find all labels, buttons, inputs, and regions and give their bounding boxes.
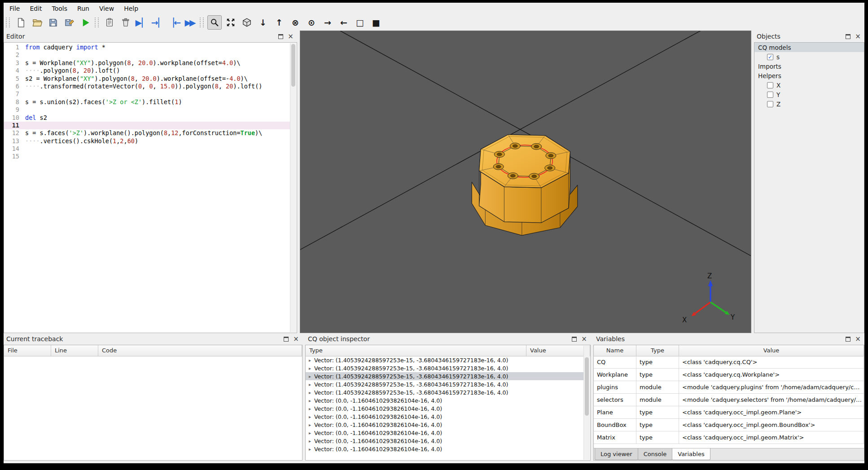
expand-arrow-icon[interactable]: ▸ — [309, 398, 311, 403]
front-view-button[interactable]: ⊗ — [288, 15, 302, 30]
fit-all-button[interactable] — [224, 15, 238, 30]
inspector-row[interactable]: ▸Vector: (0.0, -1.1604610293826104e-16, … — [306, 445, 584, 453]
tree-item-s[interactable]: ✓s — [754, 52, 864, 61]
checkbox-z[interactable] — [767, 101, 773, 107]
tree-item-cq-models[interactable]: CQ models — [754, 43, 864, 52]
menu-item-run[interactable]: Run — [72, 3, 94, 14]
menu-item-edit[interactable]: Edit — [25, 3, 47, 14]
column-header-type[interactable]: Type — [306, 345, 526, 356]
float-panel-button[interactable] — [282, 335, 290, 343]
fit-view-button[interactable] — [207, 15, 222, 30]
code-line[interactable]: 13····.vertices().cskHole(1,2,60) — [4, 137, 290, 145]
expand-arrow-icon[interactable]: ▸ — [309, 358, 311, 363]
expand-arrow-icon[interactable]: ▸ — [309, 406, 311, 411]
code-line[interactable]: 10del s2 — [4, 114, 290, 122]
expand-arrow-icon[interactable]: ▸ — [309, 382, 311, 387]
scrollbar-thumb[interactable] — [585, 357, 589, 416]
shaded-button[interactable]: ■ — [369, 15, 383, 30]
tree-item-imports[interactable]: Imports — [754, 61, 864, 71]
toolbar-handle[interactable] — [200, 18, 204, 27]
expand-arrow-icon[interactable]: ▸ — [309, 430, 311, 435]
close-panel-button[interactable]: × — [854, 335, 862, 343]
code-line[interactable]: 7 — [4, 90, 290, 98]
inspector-row[interactable]: ▸Vector: (0.0, -1.1604610293826104e-16, … — [306, 404, 584, 413]
float-panel-button[interactable] — [844, 335, 852, 343]
save-button[interactable] — [46, 15, 60, 30]
column-header-file[interactable]: File — [4, 345, 51, 356]
checkbox-s[interactable]: ✓ — [767, 54, 773, 60]
expand-arrow-icon[interactable]: ▸ — [309, 390, 311, 395]
variable-row[interactable]: Planetype<class 'cadquery.occ_impl.geom.… — [594, 406, 864, 419]
column-header-code[interactable]: Code — [98, 345, 302, 356]
left-view-button[interactable]: → — [320, 15, 335, 30]
close-panel-button[interactable]: × — [287, 33, 294, 40]
column-header-line[interactable]: Line — [51, 345, 98, 356]
menu-item-help[interactable]: Help — [119, 3, 143, 14]
menu-item-view[interactable]: View — [94, 3, 119, 14]
inspector-row[interactable]: ▸Vector: (1.4053924288597253e-15, -3.680… — [306, 372, 584, 380]
step-into-button[interactable]: →▏ — [151, 15, 165, 30]
code-line[interactable]: 9 — [4, 106, 290, 114]
debug-button[interactable] — [102, 15, 117, 30]
code-line[interactable]: 1from cadquery import * — [4, 44, 290, 51]
checkbox-y[interactable] — [767, 92, 773, 98]
code-line[interactable]: 5s2 = Workplane("XY").polygon(8, 20.0).w… — [4, 75, 290, 83]
expand-arrow-icon[interactable]: ▸ — [309, 447, 311, 452]
expand-arrow-icon[interactable]: ▸ — [309, 439, 311, 444]
toolbar-handle[interactable] — [6, 18, 10, 27]
new-file-button[interactable] — [13, 15, 28, 30]
menu-item-tools[interactable]: Tools — [47, 3, 73, 14]
tree-item-z[interactable]: Z — [754, 99, 864, 109]
column-header-value[interactable]: Value — [679, 345, 864, 356]
expand-arrow-icon[interactable]: ▸ — [309, 374, 311, 379]
viewport-3d[interactable]: X Y Z — [300, 31, 751, 333]
tab-variables[interactable]: Variables — [672, 448, 710, 460]
tree-item-y[interactable]: Y — [754, 90, 864, 99]
column-header-type[interactable]: Type — [636, 345, 679, 356]
variable-row[interactable]: selectorsmodule<module 'cadquery.selecto… — [594, 394, 864, 406]
save-as-button[interactable] — [62, 15, 76, 30]
code-line[interactable]: 14 — [4, 145, 290, 153]
bottom-view-button[interactable]: ↑ — [272, 15, 286, 30]
inspector-row[interactable]: ▸Vector: (0.0, -1.1604610293826104e-16, … — [306, 429, 584, 437]
step-button[interactable]: ▶▏ — [135, 15, 149, 30]
top-view-button[interactable]: ↓ — [256, 15, 270, 30]
scrollbar-thumb[interactable] — [291, 44, 295, 87]
inspector-row[interactable]: ▸Vector: (1.4053924288597253e-15, -3.680… — [306, 364, 584, 372]
open-button[interactable] — [30, 15, 44, 30]
float-panel-button[interactable] — [844, 33, 852, 40]
viewport-canvas[interactable]: X Y Z — [300, 31, 751, 333]
inspector-row[interactable]: ▸Vector: (0.0, -1.1604610293826104e-16, … — [306, 413, 584, 421]
continue-button[interactable]: ▶▶ — [183, 15, 197, 30]
tree-item-helpers[interactable]: Helpers — [754, 71, 864, 80]
code-line[interactable]: 8s = s.union(s2).faces('>Z or <Z').fille… — [4, 98, 290, 106]
code-line[interactable]: 15 — [4, 153, 290, 160]
step-return-button[interactable]: ▕← — [167, 15, 181, 30]
inspector-row[interactable]: ▸Vector: (1.4053924288597253e-15, -3.680… — [306, 388, 584, 396]
code-line[interactable]: 6····.transformed(rotate=Vector(0, 0, 15… — [4, 83, 290, 90]
expand-arrow-icon[interactable]: ▸ — [309, 366, 311, 371]
float-panel-button[interactable] — [570, 335, 578, 343]
inspector-row[interactable]: ▸Vector: (0.0, -1.1604610293826104e-16, … — [306, 437, 584, 445]
close-panel-button[interactable]: × — [580, 335, 588, 343]
back-view-button[interactable]: ⊙ — [304, 15, 319, 30]
iso-view-button[interactable] — [240, 15, 254, 30]
toolbar-handle[interactable] — [95, 18, 99, 27]
code-line[interactable]: 3s = Workplane("XY").polygon(8, 20.0).wo… — [4, 59, 290, 67]
right-view-button[interactable]: ← — [337, 15, 351, 30]
inspector-row[interactable]: ▸Vector: (0.0, -1.1604610293826104e-16, … — [306, 396, 584, 404]
variable-row[interactable]: CQtype<class 'cadquery.cq.CQ'> — [594, 356, 864, 369]
editor-body[interactable]: 1from cadquery import *2 3s = Workplane(… — [4, 42, 297, 333]
variable-row[interactable]: Workplanetype<class 'cadquery.cq.Workpla… — [594, 369, 864, 381]
column-header-value[interactable]: Value — [526, 345, 590, 356]
inspector-row[interactable]: ▸Vector: (1.4053924288597253e-15, -3.680… — [306, 380, 584, 388]
inspector-scrollbar[interactable] — [583, 346, 590, 460]
column-header-name[interactable]: Name — [594, 345, 636, 356]
code-line[interactable]: 4····.polygon(8, 20).loft() — [4, 67, 290, 75]
float-panel-button[interactable] — [277, 33, 285, 40]
cad-model[interactable] — [472, 135, 578, 236]
checkbox-x[interactable] — [767, 82, 773, 88]
code-line[interactable]: 2 — [4, 51, 290, 59]
tab-console[interactable]: Console — [638, 448, 673, 460]
close-panel-button[interactable]: × — [292, 335, 300, 343]
